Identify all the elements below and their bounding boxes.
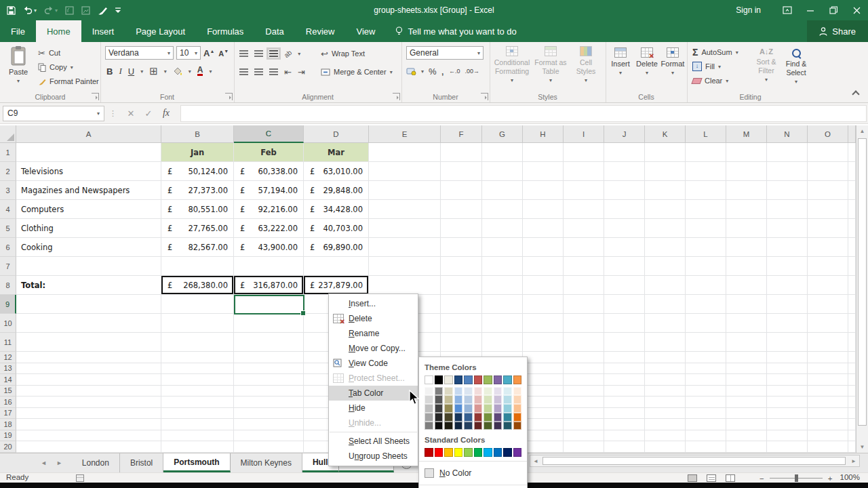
row-header-1[interactable]: 1: [0, 143, 16, 162]
cell-A16[interactable]: [16, 396, 161, 408]
standard-color-swatch-9[interactable]: [503, 448, 512, 457]
row-header-18[interactable]: 18: [0, 419, 16, 430]
cell-B13[interactable]: [161, 363, 234, 375]
cell-K13[interactable]: [645, 363, 686, 375]
cell-H6[interactable]: [523, 238, 564, 257]
theme-variant-swatch[interactable]: [454, 422, 463, 430]
cell-D5[interactable]: £40,703.00: [304, 219, 369, 238]
cell-N3[interactable]: [767, 181, 808, 200]
cell-H11[interactable]: [523, 333, 564, 352]
cell-O1[interactable]: [808, 143, 848, 162]
cell-H10[interactable]: [523, 314, 564, 333]
cell-D1[interactable]: Mar: [304, 143, 369, 162]
cell-L3[interactable]: [686, 181, 726, 200]
menu-item-delete[interactable]: ✕Delete: [329, 311, 418, 326]
row-header-19[interactable]: 19: [0, 430, 16, 442]
cell-J10[interactable]: [604, 314, 645, 333]
insert-cells-button[interactable]: Insert▾: [608, 47, 633, 76]
ribbon-tab-review[interactable]: Review: [295, 20, 346, 42]
cell-N8[interactable]: [767, 276, 808, 295]
cell-N17[interactable]: [767, 408, 808, 420]
cell-styles-button[interactable]: Cell Styles▾: [570, 46, 602, 83]
standard-color-swatch-2[interactable]: [435, 448, 443, 457]
cell-F10[interactable]: [441, 314, 482, 333]
cell-C2[interactable]: £60,338.00: [234, 162, 304, 181]
cell-B19[interactable]: [161, 430, 234, 442]
theme-color-swatch-4[interactable]: [454, 375, 463, 384]
merge-center-button[interactable]: Merge & Center▾: [321, 65, 393, 79]
theme-variant-swatch[interactable]: [484, 404, 492, 413]
theme-variant-swatch[interactable]: [503, 387, 512, 396]
cell-I1[interactable]: [564, 143, 604, 162]
number-format-select[interactable]: General▾: [406, 46, 484, 60]
horizontal-scroll-thumb[interactable]: [542, 457, 846, 465]
format-as-table-button[interactable]: Format as Table▾: [533, 46, 568, 83]
row-header-9[interactable]: 9: [0, 295, 16, 314]
theme-color-swatch-1[interactable]: [425, 375, 433, 384]
cell-J20[interactable]: [604, 441, 645, 453]
cell-O14[interactable]: [808, 374, 848, 386]
theme-variant-swatch[interactable]: [474, 422, 483, 430]
cell-M16[interactable]: [726, 396, 767, 408]
cell-M11[interactable]: [726, 333, 767, 352]
increase-font-icon[interactable]: A▲: [203, 48, 214, 58]
cell-H20[interactable]: [523, 441, 564, 453]
theme-variant-swatch[interactable]: [494, 387, 502, 396]
wrap-text-button[interactable]: ↩Wrap Text: [321, 47, 365, 60]
cell-F4[interactable]: [441, 200, 482, 219]
cell-C1[interactable]: Feb: [234, 143, 304, 162]
cell-A20[interactable]: [16, 441, 161, 453]
cell-J9[interactable]: [604, 295, 645, 314]
cell-N4[interactable]: [767, 200, 808, 219]
formula-input[interactable]: [180, 105, 867, 122]
theme-color-swatch-5[interactable]: [464, 375, 473, 384]
theme-variant-swatch[interactable]: [513, 404, 522, 413]
decrease-indent-icon[interactable]: ⇤: [284, 67, 292, 77]
cell-B11[interactable]: [161, 333, 234, 352]
menu-item-move-or-copy[interactable]: Move or Copy...: [329, 341, 418, 356]
cell-C7[interactable]: [234, 257, 304, 276]
theme-variant-swatch[interactable]: [454, 404, 463, 413]
column-header-O[interactable]: O: [808, 125, 848, 143]
cell-A13[interactable]: [16, 363, 161, 375]
cell-A4[interactable]: Computers: [16, 200, 161, 219]
cell-I3[interactable]: [564, 181, 604, 200]
cell-K3[interactable]: [645, 181, 686, 200]
cell-N15[interactable]: [767, 386, 808, 397]
standard-color-swatch-7[interactable]: [484, 448, 492, 457]
theme-variant-swatch[interactable]: [425, 387, 433, 396]
column-header-N[interactable]: N: [767, 125, 808, 143]
cell-O2[interactable]: [808, 162, 848, 181]
cell-B1[interactable]: Jan: [161, 143, 234, 162]
cut-button[interactable]: ✂Cut: [38, 46, 60, 60]
cell-K18[interactable]: [645, 419, 686, 430]
cell-K17[interactable]: [645, 408, 686, 420]
column-header-H[interactable]: H: [523, 125, 564, 143]
cell-A10[interactable]: [16, 314, 161, 333]
font-color-icon[interactable]: A: [197, 66, 203, 76]
cell-N11[interactable]: [767, 333, 808, 352]
zoom-in-icon[interactable]: +: [828, 474, 833, 483]
column-header-E[interactable]: E: [369, 125, 441, 143]
cell-J15[interactable]: [604, 386, 645, 397]
theme-variant-swatch[interactable]: [444, 387, 453, 396]
cell-J7[interactable]: [604, 257, 645, 276]
theme-variant-swatch[interactable]: [444, 395, 453, 404]
cell-J12[interactable]: [604, 352, 645, 363]
theme-variant-swatch[interactable]: [425, 413, 433, 422]
cell-L5[interactable]: [686, 219, 726, 238]
cell-K10[interactable]: [645, 314, 686, 333]
cell-F3[interactable]: [441, 181, 482, 200]
cell-H12[interactable]: [523, 352, 564, 363]
cell-B4[interactable]: £80,551.00: [161, 200, 234, 219]
cell-D2[interactable]: £63,010.00: [304, 162, 369, 181]
cell-C20[interactable]: [234, 441, 304, 453]
cell-K2[interactable]: [645, 162, 686, 181]
cell-N2[interactable]: [767, 162, 808, 181]
standard-color-swatch-4[interactable]: [454, 448, 463, 457]
increase-decimal-icon[interactable]: ←.0: [449, 68, 460, 75]
fill-button[interactable]: ↓Fill▾: [692, 60, 721, 73]
cell-O20[interactable]: [808, 441, 848, 453]
row-header-6[interactable]: 6: [0, 238, 16, 257]
cell-N10[interactable]: [767, 314, 808, 333]
